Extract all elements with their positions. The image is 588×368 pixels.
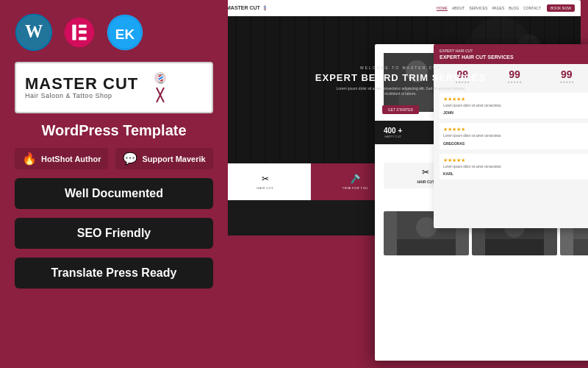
preview-nav: MASTER CUT 💈 HOME ABOUT SERVICES PAGES B…: [228, 0, 581, 16]
right-panel: MASTER CUT 💈 HOME ABOUT SERVICES PAGES B…: [228, 0, 588, 368]
main-container: W EK MASTER CUT Hair Saloon & Tattoo Sh: [0, 0, 588, 368]
haircut-label: HAIR CUT: [257, 186, 273, 190]
review-score-3: 99: [542, 68, 588, 80]
svg-rect-7: [79, 37, 87, 40]
svg-text:W: W: [25, 21, 43, 41]
review-stars-3: ★★★★★: [443, 158, 586, 163]
review-author-3: KARL: [443, 171, 586, 176]
preview-book-btn: BOOK NOW: [547, 4, 575, 12]
svg-rect-36: [573, 239, 588, 255]
fire-icon: 🔥: [22, 152, 37, 166]
support-label: Support Maverik: [142, 155, 205, 163]
review-col-2: 99 ★★★★★: [490, 68, 539, 84]
badges-row: 🔥 HotShot Author 💬 Support Maverik: [15, 148, 213, 169]
stat-label-1: HAPPY CUT: [384, 135, 402, 138]
hero-title: EXPERT BEARD TRIM SERVICES: [315, 72, 486, 83]
brand-logo-text: MASTER CUT Hair Saloon & Tattoo Shop: [25, 76, 138, 99]
chat-icon: 💬: [123, 152, 137, 166]
nav-about: ABOUT: [452, 6, 465, 11]
brand-sub: Hair Saloon & Tattoo Shop: [25, 92, 138, 99]
nav-home: HOME: [437, 6, 448, 11]
feature-well-documented: Well Documented: [15, 178, 213, 209]
barber-icon: 💈: [146, 69, 175, 106]
review-score-label-3: ★★★★★: [542, 80, 588, 84]
haircut-icon: ✂: [262, 174, 269, 184]
reviews-header: EXPERT HAIR CUT EXPERT HAIR CUT SERVICES: [434, 44, 588, 64]
reviews-title: EXPERT HAIR CUT SERVICES: [440, 54, 588, 60]
svg-rect-4: [72, 24, 76, 40]
trim-icon: 🪒: [350, 174, 361, 184]
brand-name: MASTER CUT: [25, 76, 138, 92]
review-item-2: ★★★★★ Lorem ipsum dolor sit amet consect…: [440, 123, 588, 149]
reviews-eyebrow: EXPERT HAIR CUT: [440, 49, 588, 53]
hero-cta: GET STARTED: [382, 105, 419, 114]
nav-blog: BLOG: [509, 6, 519, 11]
elementor-icon: [63, 16, 96, 49]
review-score-label-2: ★★★★★: [490, 80, 539, 84]
review-score-2: 99: [490, 68, 539, 80]
review-item-3: ★★★★★ Lorem ipsum dolor sit amet consect…: [440, 154, 588, 180]
left-panel: W EK MASTER CUT Hair Saloon & Tattoo Sh: [0, 0, 228, 368]
stat-happy-cut: 400 + HAPPY CUT: [384, 127, 402, 138]
preview-logo: MASTER CUT 💈: [228, 5, 268, 11]
ek-icon: EK: [106, 13, 144, 52]
nav-pages: PAGES: [492, 6, 504, 11]
wordpress-icon: W: [15, 13, 53, 52]
hotshot-badge: 🔥 HotShot Author: [15, 148, 108, 169]
service-haircut: ✂ HAIR CUT: [228, 163, 311, 200]
brand-box: MASTER CUT Hair Saloon & Tattoo Shop 💈: [15, 62, 213, 113]
svg-rect-5: [79, 24, 87, 27]
trim-label: TRIM FOR YOU: [343, 186, 368, 190]
support-badge: 💬 Support Maverik: [115, 148, 212, 169]
feature-translate-press: Translate Press Ready: [15, 258, 213, 289]
review-col-3: 99 ★★★★★: [542, 68, 588, 84]
review-author-2: GREGORAS: [443, 141, 586, 146]
hero-subtitle: Lorem ipsum dolor sit amet consectetur a…: [334, 86, 467, 96]
plugin-icons-row: W EK: [15, 13, 213, 52]
stat-number-1: 400 +: [384, 127, 402, 135]
svg-text:EK: EK: [115, 26, 135, 42]
feature-seo-friendly: SEO Friendly: [15, 218, 213, 249]
nav-services: SERVICES: [469, 6, 487, 11]
template-label: WordPress Template: [15, 122, 213, 139]
hero-content: WELCOME TO MASTER CUT EXPERT BEARD TRIM …: [315, 66, 486, 114]
hotshot-label: HotShot Author: [41, 155, 101, 163]
svg-rect-33: [485, 239, 544, 255]
hero-eyebrow: WELCOME TO MASTER CUT: [315, 66, 486, 70]
svg-rect-6: [79, 30, 87, 33]
svg-rect-30: [397, 239, 456, 255]
review-text-2: Lorem ipsum dolor sit amet consectetur.: [443, 134, 586, 138]
svg-text:💈: 💈: [154, 72, 168, 85]
preview-container: MASTER CUT 💈 HOME ABOUT SERVICES PAGES B…: [228, 0, 588, 368]
preview-nav-links: HOME ABOUT SERVICES PAGES BLOG CONTACT: [437, 6, 541, 11]
review-text-3: Lorem ipsum dolor sit amet consectetur.: [443, 165, 586, 169]
review-stars-2: ★★★★★: [443, 127, 586, 132]
nav-contact: CONTACT: [523, 6, 541, 11]
